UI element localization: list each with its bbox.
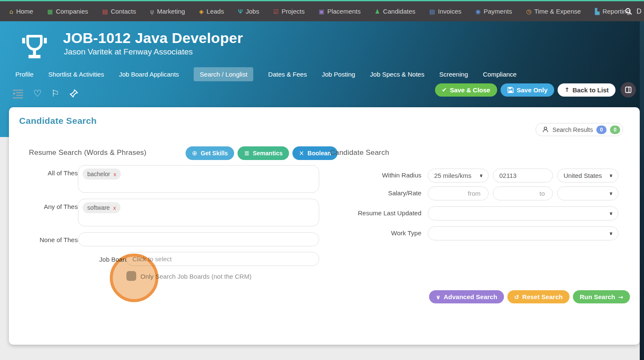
nav-label: Contacts: [111, 8, 136, 15]
resume-last-updated-select[interactable]: ∨: [428, 206, 618, 220]
projects-icon: ☑: [273, 9, 279, 14]
search-results-label: Search Results: [552, 126, 593, 133]
invoices-icon: ▤: [429, 9, 435, 14]
save-and-close-button[interactable]: ✔Save & Close: [435, 83, 497, 97]
only-job-boards-label: Only Search Job Boards (not the CRM): [140, 273, 252, 280]
chart-icon: ▙: [595, 9, 600, 14]
all-of-these-field[interactable]: bachelorx: [78, 165, 319, 193]
save-and-close-label: Save & Close: [450, 86, 490, 94]
boolean-label: Boolean: [308, 150, 331, 157]
tab-job-board-applicants[interactable]: Job Board Applicants: [119, 67, 179, 81]
pin-icon[interactable]: [69, 89, 79, 99]
flag-icon[interactable]: ⚐: [51, 89, 60, 98]
marketing-icon: ψ: [150, 9, 154, 14]
quick-icon-row: ♡ ⚐: [12, 87, 79, 100]
job-boards-input[interactable]: [126, 252, 319, 266]
collapse-menu-icon[interactable]: [12, 89, 24, 99]
chevron-down-icon: ∨: [609, 191, 613, 196]
search-results-button[interactable]: Search Results 0 0: [535, 123, 623, 136]
nav-label: Payments: [484, 8, 512, 15]
results-count-green-badge: 0: [610, 126, 620, 134]
location-input[interactable]: [493, 169, 553, 183]
within-radius-label: Within Radius: [358, 171, 421, 179]
nav-item-invoices[interactable]: ▤Invoices: [429, 8, 461, 15]
nav-label: Invoices: [438, 8, 461, 15]
favorite-heart-icon[interactable]: ♡: [33, 89, 42, 98]
run-search-button[interactable]: Run Search→: [573, 290, 630, 303]
salary-to-input[interactable]: [493, 186, 553, 200]
nav-item-marketing[interactable]: ψMarketing: [150, 8, 185, 15]
save-only-label: Save Only: [517, 86, 548, 94]
semantics-button[interactable]: ≣Semantics: [238, 146, 289, 160]
tab-compliance[interactable]: Compliance: [483, 67, 516, 81]
arrow-up-icon: ↑: [564, 87, 570, 93]
arrow-right-icon: →: [618, 294, 623, 300]
search-icon[interactable]: [625, 8, 632, 15]
country-value: United States: [564, 172, 602, 179]
companies-icon: ▦: [47, 9, 53, 14]
tab-search-longlist[interactable]: Search / Longlist: [194, 67, 253, 81]
cross-icon: ×: [299, 149, 304, 157]
salary-from-input[interactable]: [428, 186, 489, 200]
tab-profile[interactable]: Profile: [15, 67, 34, 81]
any-of-these-label: Any of These: [17, 203, 81, 210]
back-to-list-label: Back to List: [572, 86, 609, 94]
resume-last-updated-label: Resume Last Updated: [345, 209, 421, 217]
nav-item-jobs[interactable]: ΨJobs: [238, 8, 259, 15]
nav-item-placements[interactable]: ▣Placements: [319, 8, 361, 15]
salary-currency-select[interactable]: ∨: [557, 186, 618, 200]
right-edge-backdrop: [640, 21, 644, 360]
any-of-these-field[interactable]: softwarex: [78, 199, 319, 226]
advanced-search-button[interactable]: ∨Advanced Search: [429, 290, 504, 303]
columns-icon: [625, 86, 632, 93]
payments-icon: ◉: [475, 9, 481, 14]
nav-item-leads[interactable]: ◈Leads: [199, 8, 224, 15]
tab-shortlist-activities[interactable]: Shortlist & Activities: [49, 67, 104, 81]
nav-item-home[interactable]: ⌂Home: [9, 8, 33, 15]
resume-search-heading: Resume Search (Words & Phrases): [29, 149, 146, 157]
card-title: Candidate Search: [19, 116, 97, 126]
nav-item-candidates[interactable]: ♟Candidates: [375, 8, 415, 15]
reset-search-label: Reset Search: [522, 293, 563, 300]
toggle-panel-button[interactable]: [621, 82, 636, 97]
job-tabs: Profile Shortlist & Activities Job Board…: [15, 67, 517, 81]
keyword-tag[interactable]: bachelorx: [83, 169, 121, 180]
candidates-person-icon: ♟: [375, 9, 380, 14]
page-subtitle: Jason Varitek at Fenway Associates: [64, 47, 193, 57]
country-select[interactable]: United States∨: [557, 169, 618, 183]
nav-item-time-expense[interactable]: ◷Time & Expense: [526, 8, 581, 15]
work-type-select[interactable]: ∨: [428, 226, 618, 240]
advanced-search-label: Advanced Search: [444, 293, 497, 300]
resume-search-mode-buttons: ⊕Get Skills ≣Semantics ×Boolean: [186, 146, 338, 160]
tab-job-specs-notes[interactable]: Job Specs & Notes: [370, 67, 424, 81]
chevron-down-icon: ∨: [609, 211, 613, 216]
remove-tag-icon[interactable]: x: [113, 205, 116, 211]
reset-search-button[interactable]: ↺Reset Search: [507, 290, 570, 303]
nav-item-payments[interactable]: ◉Payments: [475, 8, 512, 15]
search-action-buttons: ∨Advanced Search ↺Reset Search Run Searc…: [429, 290, 630, 303]
only-job-boards-checkbox[interactable]: [126, 271, 136, 281]
nav-item-contacts[interactable]: ▤Contacts: [102, 8, 136, 15]
nav-label: Candidates: [383, 8, 415, 15]
nav-item-companies[interactable]: ▦Companies: [47, 8, 88, 15]
run-search-label: Run Search: [580, 293, 615, 300]
back-to-list-button[interactable]: ↑Back to List: [558, 83, 615, 97]
floppy-icon: [507, 87, 514, 93]
chevron-down-icon: ∨: [609, 231, 613, 236]
save-only-button[interactable]: Save Only: [501, 83, 555, 97]
remove-tag-icon[interactable]: x: [114, 171, 117, 177]
chevron-down-icon: ∨: [436, 294, 441, 300]
tab-job-posting[interactable]: Job Posting: [322, 67, 355, 81]
undo-icon: ↺: [514, 294, 519, 300]
radius-select[interactable]: 25 miles/kms∨: [428, 169, 489, 183]
tab-dates-fees[interactable]: Dates & Fees: [268, 67, 307, 81]
none-of-these-input[interactable]: [78, 232, 319, 246]
get-skills-button[interactable]: ⊕Get Skills: [186, 146, 234, 160]
chevron-down-icon: ∨: [479, 173, 483, 178]
nav-item-overflow[interactable]: D: [636, 8, 641, 15]
top-navigation: ⌂Home ▦Companies ▤Contacts ψMarketing ◈L…: [0, 0, 644, 21]
work-type-label: Work Type: [358, 229, 421, 237]
keyword-tag[interactable]: softwarex: [83, 202, 120, 213]
tab-screening[interactable]: Screening: [439, 67, 468, 81]
nav-item-projects[interactable]: ☑Projects: [273, 8, 305, 15]
